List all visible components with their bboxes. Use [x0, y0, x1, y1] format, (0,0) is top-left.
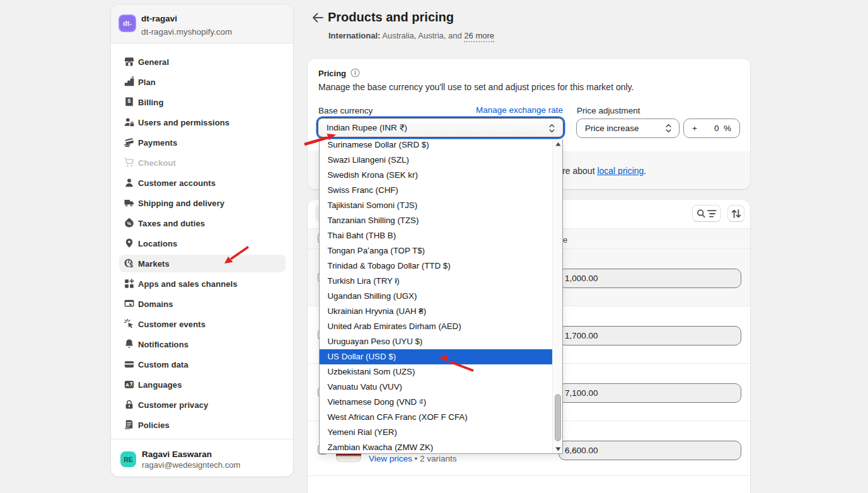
- svg-text:$: $: [129, 262, 133, 269]
- svg-text:$: $: [128, 98, 131, 104]
- svg-text:%: %: [127, 221, 132, 226]
- svg-text:A: A: [125, 382, 129, 388]
